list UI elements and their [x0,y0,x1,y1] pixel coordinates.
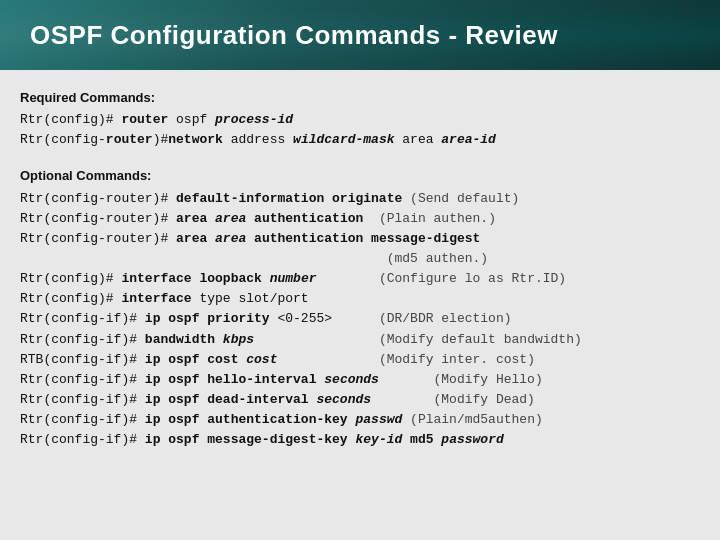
opt-line-2: Rtr(config-router)# area area authentica… [20,209,700,229]
opt-line-6: Rtr(config)# interface type slot/port [20,289,700,309]
slide-title: OSPF Configuration Commands - Review [30,20,558,51]
opt-line-1: Rtr(config-router)# default-information … [20,189,700,209]
req-line-1: Rtr(config)# router ospf process-id [20,110,700,130]
opt-line-8: Rtr(config-if)# bandwidth kbps (Modify d… [20,330,700,350]
opt-line-4: (md5 authen.) [20,249,700,269]
slide: OSPF Configuration Commands - Review Req… [0,0,720,540]
opt-line-10: Rtr(config-if)# ip ospf hello-interval s… [20,370,700,390]
optional-label: Optional Commands: [20,166,700,186]
optional-commands: Rtr(config-router)# default-information … [20,189,700,451]
opt-line-9: RTB(config-if)# ip ospf cost cost (Modif… [20,350,700,370]
opt-line-13: Rtr(config-if)# ip ospf message-digest-k… [20,430,700,450]
required-commands: Rtr(config)# router ospf process-id Rtr(… [20,110,700,150]
opt-line-7: Rtr(config-if)# ip ospf priority <0-255>… [20,309,700,329]
required-label: Required Commands: [20,88,700,108]
opt-line-12: Rtr(config-if)# ip ospf authentication-k… [20,410,700,430]
opt-line-3: Rtr(config-router)# area area authentica… [20,229,700,249]
opt-line-11: Rtr(config-if)# ip ospf dead-interval se… [20,390,700,410]
opt-line-5: Rtr(config)# interface loopback number (… [20,269,700,289]
slide-content: Required Commands: Rtr(config)# router o… [0,70,720,540]
req-line-2: Rtr(config-router)#network address wildc… [20,130,700,150]
slide-header: OSPF Configuration Commands - Review [0,0,720,70]
